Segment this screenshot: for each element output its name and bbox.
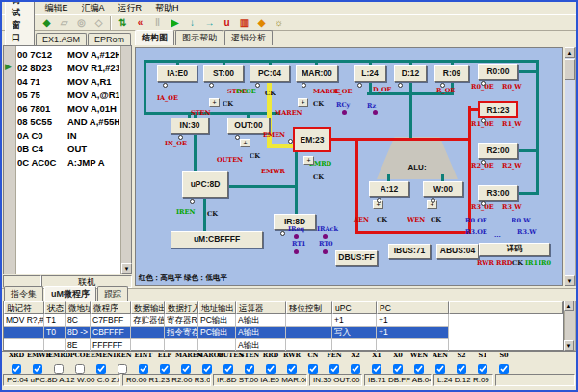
code-address: 02 8D23 [17,62,67,75]
table-cell: 存贮器值EM [131,314,165,327]
tab-logic-analysis[interactable]: 逻辑分析 [224,30,273,45]
code-line[interactable]: 02 8D23MOV R1,#23H [17,62,119,75]
right-tab-bar: 结构图 图示帮助 逻辑分析 [133,31,576,45]
scroll-up-icon[interactable]: ▲ [564,301,574,311]
tab-diagram-help[interactable]: 图示帮助 [175,30,223,45]
column-header[interactable]: 运算器 [236,301,286,314]
column-header[interactable]: 移位控制 [286,301,332,314]
signal-rrd: RRD [260,352,281,372]
scroll-down-icon[interactable]: ▼ [121,263,132,274]
scroll-down-icon[interactable]: ▼ [564,340,574,351]
tab-structure-diagram[interactable]: 结构图 [135,30,174,45]
menu-run[interactable]: 运行R [112,2,149,14]
code-address: 05 75 [17,89,67,102]
step-over-icon[interactable]: → [201,15,218,30]
code-mnemonic: MOV R1,#23H [67,62,119,75]
register-box-pc: PC:04 [250,65,290,82]
register-box-abus: ABUS:04 [436,244,479,259]
help-lamp-icon[interactable]: ☼ [271,15,287,30]
code-line[interactable]: 06 7801MOV A,01H [17,102,119,116]
code-line[interactable]: 0A C0IN [17,129,119,143]
signal-outen: OUTEN [218,352,239,372]
column-header[interactable]: 微地址 [66,301,91,314]
run-icon[interactable]: ▶ [167,15,183,30]
bottom-tab-bar: 指令集 uM微程序 跟踪 [2,288,576,301]
code-line[interactable]: 00 7C12MOV A,#12H [17,48,119,62]
table-cell: C7FBFF [91,314,131,327]
status-cpu-registers: PC:04 uPC:8D A:12 W:00 C:0 Z:0 [3,374,120,386]
code-address: 00 7C12 [17,48,67,62]
column-header[interactable]: uPC [332,301,377,314]
active-data-wire [468,108,478,111]
code-mnemonic: IN [67,129,77,143]
table-row[interactable]: T08D ->CBFFFF指令寄存器IRPC输出A输出写入+1 [4,327,563,339]
control-signal-panel: XRDEMWREMRDPCOEEMENIRENEINTELPMARENMAROE… [2,351,576,372]
signal-label-emwr: EMWR [261,168,285,175]
bus-wire [536,60,539,195]
signal-maroe: MAROE [197,352,218,372]
signal-maren: MAREN [175,352,197,372]
signal-dot [342,110,347,115]
column-header[interactable]: 微程序 [91,301,131,314]
table-cell: PC输出 [198,327,236,339]
column-header[interactable]: PC [377,301,449,314]
code-line[interactable]: 05 75MOV A,@R1 [17,89,119,102]
signal-label-iren: IREN [176,208,195,216]
code-mnemonic: MOV A,01H [67,102,117,116]
code-address: 0A C0 [17,129,67,143]
table-row[interactable]: MOV R?,#IIT18CC7FBFF存贮器值EM寄存器R?PC输出A输出+1… [4,314,563,327]
signal-label-outen: OUTEN [217,156,243,164]
menu-help[interactable]: 帮助H [148,2,186,14]
signal-name: XRD [6,352,27,360]
code-line[interactable]: 08 5C55AND A,#55H [17,116,119,129]
status-bar: PC:04 uPC:8D A:12 W:00 C:0 Z:0 R0:00 R1:… [2,372,576,390]
tab-ex1-asm[interactable]: EX1.ASM [36,33,87,45]
diagram-scroll-thumb[interactable] [565,59,575,80]
signal-label-rt1: RT1 [292,240,306,248]
menu-assemble[interactable]: 汇编A [75,2,112,14]
signal-label-r1w: R1_W [502,120,521,128]
logic-analyzer-icon[interactable]: ▥ [236,15,252,30]
tab-um-microprogram[interactable]: uM微程序 [44,286,96,301]
status-buses: IB:71 DB:FF AB:04 [364,374,432,386]
reset-icon[interactable]: « [132,15,148,30]
assemble-icon[interactable]: ◆ [39,15,55,30]
connector-circle [302,83,306,88]
menu-edit[interactable]: 编辑E [39,2,75,14]
code-line[interactable]: 04 71MOV A,R1 [17,75,119,89]
refresh-icon[interactable]: ⇅ [115,15,131,30]
signal-name: EINT [133,352,154,360]
tab-debug-window[interactable]: 调试窗口 [5,0,35,45]
signal-emrd: EMRD [48,352,69,372]
column-header[interactable]: 数据输出 [131,301,165,314]
column-header[interactable]: 数据打入 [165,301,198,314]
find-icon: ◎ [73,15,90,30]
diagram-legend: 红色：高电平 绿色：低电平 [139,274,227,283]
signal-name: EMWR [27,352,48,360]
code-line[interactable]: 0B C4OUT [17,143,119,156]
scroll-down-icon[interactable]: ▼ [565,275,575,286]
signal-label-r2w: R2_W [502,162,521,170]
micro-u-icon[interactable]: u [219,15,235,30]
scroll-up-icon[interactable]: ▲ [565,47,575,58]
column-header[interactable]: 助记符 [4,301,44,314]
code-line[interactable]: 0C AC0CA:JMP A [17,156,119,170]
tab-eprom[interactable]: EPRom [88,33,131,45]
signal-iren: IREN [112,352,133,372]
diagram-scrollbar[interactable]: ▲ ▼ [565,47,576,286]
signal-label-r3w: R3_W [502,203,521,211]
signal-name: S0 [493,352,514,360]
code-scrollbar[interactable]: ▼ [120,46,131,274]
signal-label-emen: EMEN [263,131,285,139]
table-cell: MOV R?,#II [4,314,44,327]
register-box-ibus: IBUS:71 [388,244,431,259]
io-port-icon[interactable]: ◆ [253,15,270,30]
signal-label-r0oe: R0.OE... [465,217,494,224]
tab-instruction-set[interactable]: 指令集 [4,286,43,301]
tab-trace[interactable]: 跟踪 [97,286,128,301]
step-into-icon[interactable]: ↓ [184,15,200,30]
column-header[interactable]: 状态 [44,301,66,314]
table-cell: PC输出 [198,314,236,327]
table-scrollbar[interactable]: ▲ ▼ [564,301,576,351]
column-header[interactable]: 地址输出 [198,301,236,314]
